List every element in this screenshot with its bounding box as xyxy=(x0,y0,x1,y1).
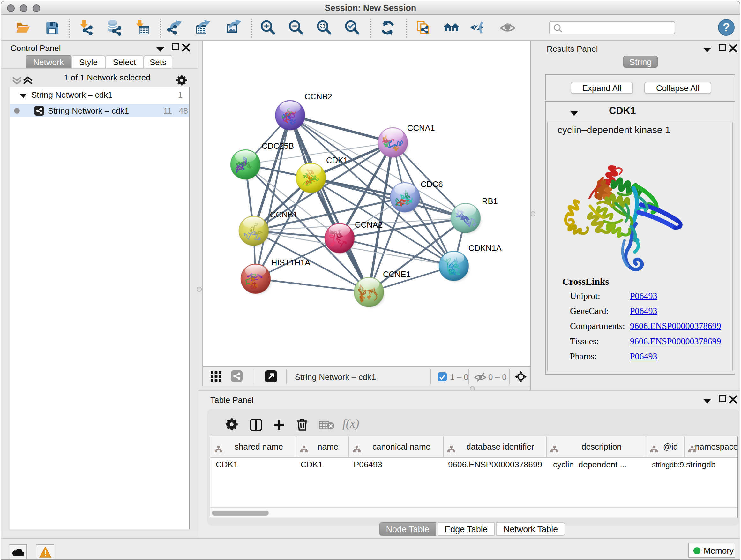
svg-text:CCNA1: CCNA1 xyxy=(407,124,435,132)
svg-text:CDK1: CDK1 xyxy=(326,156,348,165)
svg-text:CCNB2: CCNB2 xyxy=(305,92,332,101)
svg-text:CCNA2: CCNA2 xyxy=(355,220,383,229)
svg-text:CDC25B: CDC25B xyxy=(262,141,294,150)
svg-text:CDC6: CDC6 xyxy=(421,180,443,189)
svg-text:RB1: RB1 xyxy=(482,197,498,206)
svg-text:?: ? xyxy=(723,21,730,34)
svg-text:CCNE1: CCNE1 xyxy=(383,270,411,279)
svg-text:HIST1H1A: HIST1H1A xyxy=(271,258,311,267)
svg-text:CDKN1A: CDKN1A xyxy=(468,244,502,253)
svg-text:CCNB1: CCNB1 xyxy=(270,210,298,219)
